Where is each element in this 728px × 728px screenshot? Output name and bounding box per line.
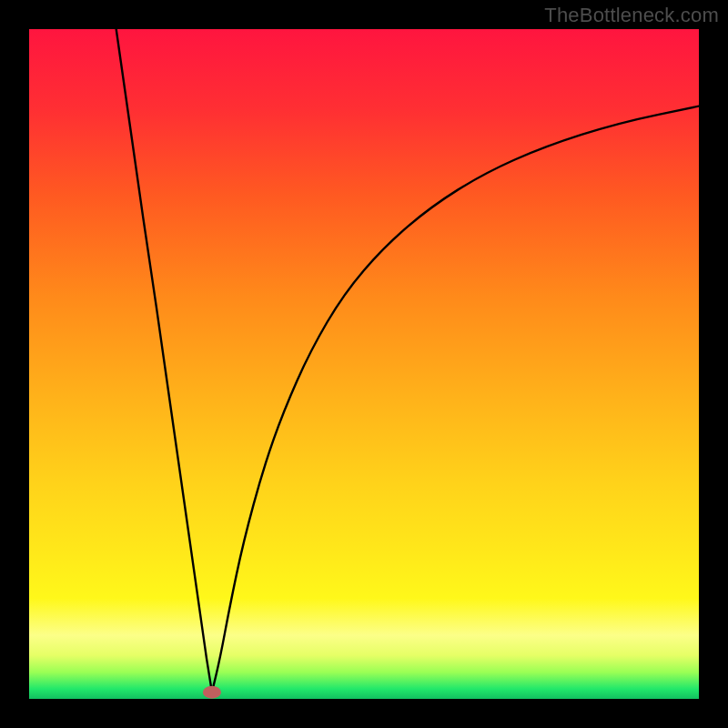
chart-svg [29,29,699,699]
chart-frame: TheBottleneck.com [0,0,728,728]
minimum-marker [203,686,221,699]
plot-area [29,29,699,699]
watermark-text: TheBottleneck.com [544,4,719,27]
